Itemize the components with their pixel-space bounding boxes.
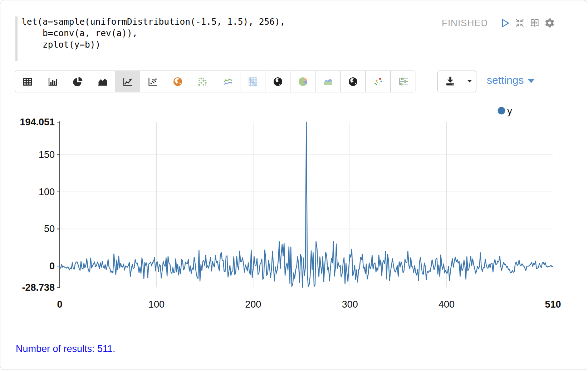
area-chart-icon xyxy=(96,75,109,88)
svg-text:0: 0 xyxy=(49,261,55,271)
chart-type-scatter-plot-button[interactable] xyxy=(140,71,165,92)
globe-dark-icon xyxy=(271,75,284,88)
scatter-colored-icon xyxy=(372,75,384,88)
x-axis: 0100200300400510 xyxy=(57,299,561,310)
download-split-button xyxy=(437,71,476,92)
svg-text:200: 200 xyxy=(245,299,261,310)
caret-down-icon xyxy=(465,76,474,87)
compress-icon xyxy=(514,17,525,29)
bar-chart-icon xyxy=(46,75,59,88)
multi-line-icon xyxy=(221,75,234,88)
svg-text:400: 400 xyxy=(438,299,455,310)
map-orange-icon xyxy=(171,75,184,88)
svg-text:0: 0 xyxy=(57,299,62,310)
table-icon xyxy=(21,75,34,88)
line-chart-icon xyxy=(121,75,134,88)
parallel-coordinates-icon xyxy=(397,75,410,88)
chart-type-bar-chart-button[interactable] xyxy=(40,71,65,92)
chart-type-multi-line-button[interactable] xyxy=(215,71,240,92)
chart-type-heatmap-button[interactable] xyxy=(240,71,265,92)
series-line-y xyxy=(60,122,553,288)
chart-type-parallel-coordinates-button[interactable] xyxy=(391,71,416,92)
chart-type-map-orange-button[interactable] xyxy=(165,71,190,92)
settings-dropdown[interactable]: settings xyxy=(487,74,535,86)
chart-type-globe-dark-button[interactable] xyxy=(265,71,290,92)
legend-item-y[interactable]: y xyxy=(498,105,513,116)
run-button[interactable] xyxy=(499,17,511,29)
chart-type-table-button[interactable] xyxy=(15,71,40,92)
chart-type-line-chart-button[interactable] xyxy=(115,71,140,92)
caret-down-icon xyxy=(528,79,535,83)
settings-label: settings xyxy=(487,74,524,86)
chart-area: -28.738050100150194.0510100200300400510y xyxy=(0,101,588,315)
chart-type-globe-dark-2-button[interactable] xyxy=(340,71,366,92)
svg-text:300: 300 xyxy=(342,299,358,310)
chart-type-area-colored-button[interactable] xyxy=(315,71,340,92)
paragraph-controls: FINISHED xyxy=(442,17,556,29)
code-gutter xyxy=(15,16,18,61)
code-editor[interactable]: let(a=sample(uniformDistribution(-1.5, 1… xyxy=(21,16,285,50)
svg-text:150: 150 xyxy=(39,149,55,160)
paragraph-settings-button[interactable] xyxy=(544,17,556,29)
pie-colored-icon xyxy=(297,75,309,88)
download-button[interactable] xyxy=(438,71,463,92)
svg-text:50: 50 xyxy=(44,223,55,234)
chart-type-bubble-grid-button[interactable] xyxy=(190,71,215,92)
svg-text:100: 100 xyxy=(148,299,165,310)
svg-text:194.051: 194.051 xyxy=(20,117,55,127)
chart-type-pie-colored-button[interactable] xyxy=(290,71,315,92)
collapse-output-button[interactable] xyxy=(514,17,526,29)
paragraph-card: let(a=sample(uniformDistribution(-1.5, 1… xyxy=(0,0,587,370)
book-icon xyxy=(529,17,540,29)
svg-text:100: 100 xyxy=(39,187,55,197)
pie-chart-icon xyxy=(71,75,84,88)
results-count: Number of results: 511. xyxy=(16,343,116,355)
svg-text:510: 510 xyxy=(545,299,561,310)
line-chart: -28.738050100150194.0510100200300400510y xyxy=(0,101,588,315)
scatter-plot-icon xyxy=(146,75,159,88)
status-label: FINISHED xyxy=(442,18,488,29)
area-colored-icon xyxy=(322,75,334,88)
chart-type-scatter-colored-button[interactable] xyxy=(366,71,391,92)
chart-type-toolbar xyxy=(15,71,416,92)
chart-type-pie-chart-button[interactable] xyxy=(65,71,90,92)
globe-dark-2-icon xyxy=(347,75,359,88)
heatmap-icon xyxy=(246,75,259,88)
gear-icon xyxy=(544,18,555,28)
download-icon xyxy=(444,75,456,88)
download-caret-button[interactable] xyxy=(463,71,476,92)
legend-dot xyxy=(498,107,505,115)
legend-label: y xyxy=(507,105,512,116)
play-icon xyxy=(499,17,510,29)
show-editor-button[interactable] xyxy=(529,17,541,29)
bubble-grid-icon xyxy=(196,75,209,88)
y-axis: -28.738050100150194.051 xyxy=(20,117,60,293)
chart-type-area-chart-button[interactable] xyxy=(90,71,115,92)
svg-text:-28.738: -28.738 xyxy=(22,282,55,293)
